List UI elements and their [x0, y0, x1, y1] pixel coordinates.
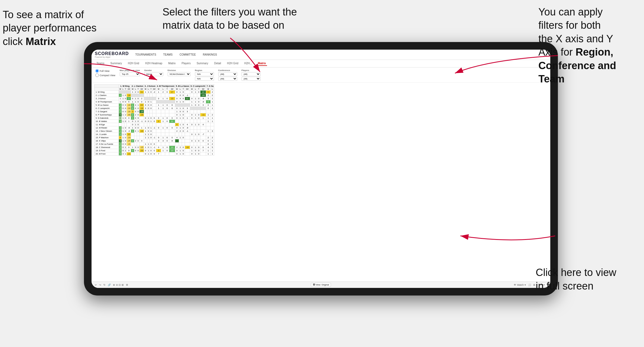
- zoom-controls[interactable]: ⊕ ⊖ ⊡ ⊞: [113, 284, 124, 286]
- table-row: 3. J Koivun 1102 0102 01013 04011 010-6 …: [95, 97, 214, 100]
- table-row: 12. M Riedel 110-6 1301 101-1 0100 010-6: [95, 126, 214, 130]
- refresh-icon[interactable]: ↻: [103, 284, 106, 286]
- top-nav: SCOREBOARD Powered by clippd TOURNAMENTS…: [92, 50, 550, 60]
- ann-tr-text: You can applyfilters for boththe X axis …: [538, 6, 616, 85]
- table-row: 13. J Skov Olesen 110-3 101-19 100 220-1…: [95, 130, 214, 133]
- table-row: 5. M La Sasso 100-16 24124 300 1106 1003…: [95, 104, 214, 107]
- nav-committee[interactable]: COMMITTEE: [178, 53, 197, 57]
- annotation-bottom-right: Click here to viewin full screen: [536, 266, 639, 293]
- nav-links: TOURNAMENTS TEAMS COMMITTEE RANKINGS: [134, 53, 218, 57]
- tab-detail[interactable]: Detail: [213, 61, 222, 66]
- app-logo-sub: Powered by clippd: [95, 56, 129, 58]
- annotation-top-center: Select the filters you want thematrix da…: [162, 5, 298, 32]
- tab-teams[interactable]: Teams: [95, 61, 105, 66]
- filter-row: Full View Compact View Max players in vi…: [92, 68, 550, 83]
- tab-summary2[interactable]: Summary: [196, 61, 209, 66]
- gender-filter: Gender Men's: [144, 69, 163, 76]
- table-row: 6. C Lamprecht 100-16 200-16 300 1106 01…: [95, 107, 214, 110]
- region-label: Region: [195, 69, 214, 72]
- header-ding: 1. W Ding: [119, 85, 131, 88]
- header-thor: 4. M Thorbjornsen: [156, 85, 175, 88]
- settings-icon[interactable]: ⚙: [126, 284, 128, 286]
- region-select-y[interactable]: N/A: [195, 77, 214, 81]
- conference-select-x[interactable]: (All): [218, 72, 237, 76]
- view-options: Full View Compact View: [95, 69, 115, 77]
- full-view-option[interactable]: Full View: [95, 69, 115, 73]
- table-row: 9. N Gabrelcik 0100 009 0100 0100 0101 0…: [95, 117, 214, 120]
- header-lamp: 6. C Lamprecht: [190, 85, 206, 88]
- table-row: 16. K Vilips 310-25 2204 3308 0100 01: [95, 139, 214, 143]
- annotation-top-right: You can applyfilters for boththe X axis …: [538, 5, 641, 86]
- max-players-select[interactable]: Top 25: [120, 72, 140, 76]
- sub-nav: Teams Summary H2H Grid H2H Heatmap Matri…: [92, 60, 550, 68]
- region-select-x[interactable]: N/A: [195, 72, 214, 76]
- table-row: 18. C Sherwood 2010 130-15 101-1 01013 2…: [95, 146, 214, 149]
- tab-h2h-grid[interactable]: H2H Grid: [127, 61, 140, 66]
- table-row: 10. B Valdes 1101 010-1 0010 01011 11: [95, 120, 214, 123]
- redo-icon[interactable]: ↪: [99, 284, 101, 286]
- watch-button[interactable]: 👁 Watch ▾: [514, 284, 526, 286]
- table-row: 4. M Thorbjornsen 1006 1100 101 010 110-…: [95, 100, 214, 104]
- header-koivun: 3. J Koivun: [144, 85, 156, 88]
- tab-h2h-heatmap[interactable]: H2H Heatmap: [144, 61, 163, 66]
- tab-matrix[interactable]: Matrix: [167, 61, 177, 66]
- players-label: Players: [242, 69, 261, 72]
- table-row: 8. P Summerhays 512-45 220-16 010 010-11…: [95, 113, 214, 117]
- ann-tl-text: To see a matrix ofplayer performancescli…: [3, 9, 96, 47]
- matrix-area[interactable]: 1. W Ding 2. L Clanton 3. J Koivun 4. M …: [92, 83, 550, 281]
- tablet-screen: SCOREBOARD Powered by clippd TOURNAMENTS…: [92, 50, 550, 288]
- players-select-x[interactable]: (All): [242, 72, 261, 76]
- gender-label: Gender: [144, 69, 163, 72]
- division-select[interactable]: NCAA Division I: [168, 72, 191, 76]
- tab-h2h-grid2[interactable]: H2H Grid: [226, 61, 239, 66]
- undo-icon[interactable]: ↩: [95, 284, 97, 286]
- max-players-label: Max players in view: [120, 69, 140, 72]
- app-logo: SCOREBOARD: [95, 51, 129, 56]
- annotation-top-left: To see a matrix ofplayer performancescli…: [3, 8, 100, 48]
- table-row: 17. S De La Fuente 200-8 1100 02: [95, 143, 214, 146]
- division-filter: Division NCAA Division I: [168, 69, 191, 76]
- tab-matrix-active[interactable]: Matrix: [257, 61, 267, 66]
- gender-select[interactable]: Men's: [144, 72, 163, 76]
- subheader-player: [95, 88, 119, 91]
- header-player-name: [95, 85, 119, 88]
- tab-summary[interactable]: Summary: [109, 61, 123, 66]
- screen-icon[interactable]: ⬜: [528, 284, 531, 286]
- table-row: 15. P Maichon 410-19 110-1 0100 410 22: [95, 136, 214, 139]
- bottom-toolbar: ↩ ↪ ↻ 🔗 ⊕ ⊖ ⊡ ⊞ ⚙ 🖼 View: Original 👁 Wat…: [92, 281, 550, 288]
- max-players-filter: Max players in view Top 25: [120, 69, 140, 76]
- conference-select-y[interactable]: (All): [218, 77, 237, 81]
- table-row: 14. J Lundin 11010 110 010-7: [95, 133, 214, 136]
- table-row: 7. G Sargent 200-16 200-15 1003: [95, 110, 214, 113]
- toolbar-left: ↩ ↪ ↻ 🔗 ⊕ ⊖ ⊡ ⊞ ⚙: [95, 284, 128, 286]
- region-filter: Region N/A N/A: [195, 69, 214, 81]
- table-row: 19. D Ford 2010 200-20 0100 01013 010 10…: [95, 149, 214, 152]
- players-select-y[interactable]: (All): [242, 77, 261, 81]
- table-row: 11. M Ege 010 0104 0104: [95, 123, 214, 126]
- players-filter: Players (All) (All): [242, 69, 261, 81]
- table-row: 20. M Ford 331-11 0100 7 010 010 11: [95, 152, 214, 156]
- ann-tc-text: Select the filters you want thematrix da…: [162, 6, 297, 31]
- nav-tournaments[interactable]: TOURNAMENTS: [134, 53, 157, 57]
- nav-rankings[interactable]: RANKINGS: [202, 53, 218, 57]
- tab-players[interactable]: Players: [181, 61, 192, 66]
- header-clanton: 2. L Clanton: [131, 85, 144, 88]
- link-icon[interactable]: 🔗: [108, 284, 111, 286]
- compact-view-option[interactable]: Compact View: [95, 73, 115, 77]
- division-label: Division: [168, 69, 191, 72]
- header-sasso: 5. M La Sasso: [175, 85, 190, 88]
- header-gs: 7. G Sa: [206, 85, 214, 88]
- ann-br-text: Click here to viewin full screen: [536, 267, 616, 291]
- table-row: 2. L Clanton 210-16 100-1 -24 22: [95, 94, 214, 97]
- tab-h2h2[interactable]: H2H...: [243, 61, 253, 66]
- logo-area: SCOREBOARD Powered by clippd: [95, 51, 129, 58]
- nav-teams[interactable]: TEAMS: [162, 53, 174, 57]
- conference-filter: Conference (All) (All): [218, 69, 237, 81]
- view-original-button[interactable]: 🖼 View: Original: [311, 283, 331, 287]
- conference-label: Conference: [218, 69, 237, 72]
- grid-icon[interactable]: ⊞: [533, 284, 535, 286]
- table-row: 1. W Ding 12011 110-2 12017 010 01013 02: [95, 91, 214, 94]
- matrix-table: 1. W Ding 2. L Clanton 3. J Koivun 4. M …: [94, 84, 214, 156]
- tablet-frame: SCOREBOARD Powered by clippd TOURNAMENTS…: [84, 42, 558, 295]
- app-container: SCOREBOARD Powered by clippd TOURNAMENTS…: [92, 50, 550, 288]
